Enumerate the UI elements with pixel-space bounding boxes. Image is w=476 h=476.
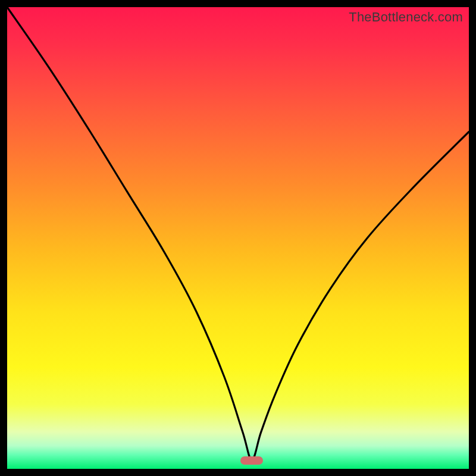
watermark-text: TheBottleneck.com — [349, 10, 463, 25]
chart-stage: TheBottleneck.com — [0, 0, 476, 476]
chart-plot-area: TheBottleneck.com — [7, 7, 469, 469]
bottleneck-curve — [7, 7, 469, 469]
optimal-point-marker — [240, 456, 263, 465]
